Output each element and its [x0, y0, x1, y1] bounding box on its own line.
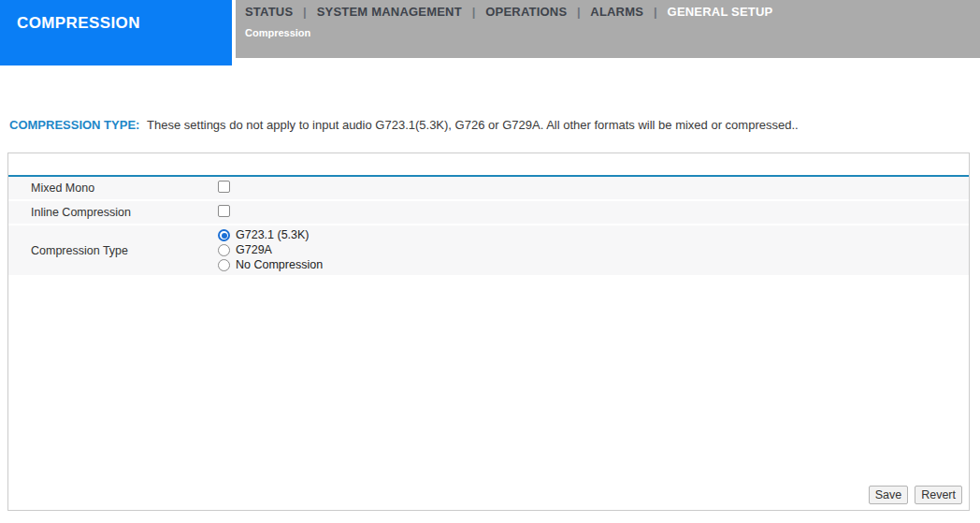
nav-separator: | [472, 5, 476, 19]
page: COMPRESSION STATUS | SYSTEM MANAGEMENT |… [0, 0, 980, 523]
compression-type-radio-g729a[interactable] [218, 244, 230, 256]
radio-label: G729A [236, 243, 272, 257]
nav-separator: | [303, 5, 307, 19]
revert-button[interactable]: Revert [915, 486, 962, 504]
field-control [218, 204, 969, 221]
radio-option-no-compression[interactable]: No Compression [218, 258, 969, 272]
radio-option-g7231[interactable]: G723.1 (5.3K) [218, 228, 969, 242]
subnav-item-compression[interactable]: Compression [245, 27, 310, 38]
top-navbar: STATUS | SYSTEM MANAGEMENT | OPERATIONS … [236, 0, 980, 58]
section-label: COMPRESSION TYPE: [9, 118, 139, 132]
settings-panel: Mixed Mono Inline Compression Compressio… [7, 153, 970, 511]
nav-separator: | [654, 5, 657, 19]
form-row-inline-compression: Inline Compression [8, 201, 969, 224]
nav-item-alarms[interactable]: ALARMS [590, 5, 643, 19]
nav-item-operations[interactable]: OPERATIONS [485, 5, 567, 19]
sub-nav: Compression [236, 19, 980, 38]
field-label: Compression Type [8, 244, 218, 257]
form-row-compression-type: Compression Type G723.1 (5.3K) G729A No … [8, 225, 969, 275]
radio-option-g729a[interactable]: G729A [218, 243, 969, 257]
inline-compression-checkbox[interactable] [218, 205, 230, 217]
page-title: COMPRESSION [0, 0, 232, 65]
mixed-mono-checkbox[interactable] [218, 181, 230, 193]
compression-type-radio-g7231[interactable] [218, 229, 230, 241]
save-button[interactable]: Save [869, 486, 909, 504]
field-control [218, 180, 969, 196]
compression-type-radio-no-compression[interactable] [218, 259, 230, 271]
field-label: Inline Compression [8, 206, 218, 219]
nav-item-system-management[interactable]: SYSTEM MANAGEMENT [317, 5, 462, 19]
section-heading: COMPRESSION TYPE: These settings do not … [9, 118, 971, 132]
nav-item-general-setup[interactable]: GENERAL SETUP [668, 5, 773, 19]
radio-label: No Compression [236, 258, 323, 272]
nav-separator: | [577, 5, 581, 19]
compression-type-radio-group: G723.1 (5.3K) G729A No Compression [218, 228, 969, 272]
main-nav: STATUS | SYSTEM MANAGEMENT | OPERATIONS … [236, 0, 980, 19]
panel-header-spacer [8, 153, 969, 175]
radio-label: G723.1 (5.3K) [236, 228, 310, 242]
section-description: These settings do not apply to input aud… [147, 118, 799, 132]
form-row-mixed-mono: Mixed Mono [8, 177, 969, 199]
panel-buttons: Save Revert [869, 486, 962, 504]
field-label: Mixed Mono [8, 182, 218, 195]
nav-item-status[interactable]: STATUS [245, 5, 293, 19]
